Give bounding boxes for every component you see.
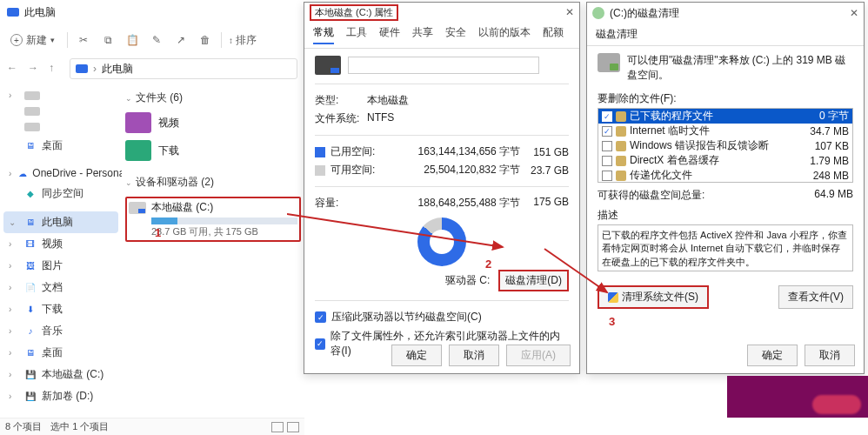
folder-downloads[interactable]: 下载 xyxy=(125,137,301,164)
file-icon xyxy=(616,141,626,151)
file-icon xyxy=(616,156,626,166)
item-size: 34.7 MB xyxy=(806,125,849,137)
fs-label: 文件系统: xyxy=(315,111,367,126)
nav-item[interactable]: › xyxy=(3,87,118,104)
item-name: Internet 临时文件 xyxy=(630,124,806,138)
explorer-window: 此电脑 + 新建 ▾ ✂ ⧉ 📋 ✎ ↗ 🗑 ↕ 排序 ← → ↑ › 此电脑 … xyxy=(0,0,304,435)
group-folders[interactable]: ⌄文件夹 (6) xyxy=(125,87,301,109)
nav-desktop[interactable]: 🖥桌面 xyxy=(3,135,118,157)
close-icon[interactable]: ✕ xyxy=(850,7,858,19)
list-item[interactable]: ✓已下载的程序文件0 字节 xyxy=(598,109,852,124)
compress-checkbox[interactable]: ✓压缩此驱动器以节约磁盘空间(C) xyxy=(315,310,569,325)
nav-item[interactable] xyxy=(3,119,118,135)
checkbox-icon xyxy=(602,141,612,151)
status-selected: 选中 1 个项目 xyxy=(50,420,109,433)
disk-cleanup-button[interactable]: 磁盘清理(D) xyxy=(498,270,569,291)
disk-name-input[interactable] xyxy=(348,57,539,74)
apply-button[interactable]: 应用(A) xyxy=(506,345,571,366)
cancel-button[interactable]: 取消 xyxy=(805,345,855,366)
clean-system-files-button[interactable]: 清理系统文件(S) xyxy=(598,285,709,309)
cut-icon[interactable]: ✂ xyxy=(75,31,92,49)
nav-downloads[interactable]: ›⬇下载 xyxy=(3,298,118,320)
delete-icon[interactable]: 🗑 xyxy=(197,31,214,49)
sort-button[interactable]: ↕ 排序 xyxy=(229,33,257,48)
annotation-3: 3 xyxy=(609,315,615,328)
folder-icon xyxy=(125,140,151,161)
tab-tools[interactable]: 工具 xyxy=(346,25,367,44)
properties-title: 本地磁盘 (C:) 属性 xyxy=(310,4,398,21)
music-icon: ♪ xyxy=(24,325,37,338)
total-value: 64.9 MB xyxy=(814,188,853,203)
nav-videos[interactable]: ›🎞视频 xyxy=(3,233,118,255)
explorer-titlebar: 此电脑 xyxy=(0,0,304,24)
new-button[interactable]: + 新建 ▾ xyxy=(5,31,60,50)
tab-general[interactable]: 常规 xyxy=(313,25,334,44)
nav-this-pc[interactable]: ⌄🖥此电脑 xyxy=(3,211,118,233)
disk-icon: 💾 xyxy=(24,391,37,403)
tab-security[interactable]: 安全 xyxy=(445,25,466,44)
nav-desktop2[interactable]: ›🖥桌面 xyxy=(3,342,118,364)
annotation-2: 2 xyxy=(485,258,491,271)
list-item[interactable]: 传递优化文件248 MB xyxy=(598,168,852,183)
group-drives[interactable]: ⌄设备和驱动器 (2) xyxy=(125,171,301,193)
tab-quota[interactable]: 配额 xyxy=(543,25,564,44)
nav-item[interactable] xyxy=(3,104,118,119)
shield-icon xyxy=(608,292,618,303)
folder-videos[interactable]: 视频 xyxy=(125,109,301,137)
drive-usage-bar xyxy=(151,218,297,224)
up-icon[interactable]: ↑ xyxy=(49,62,63,76)
ok-button[interactable]: 确定 xyxy=(391,345,442,366)
sync-icon: ◆ xyxy=(24,188,37,200)
explorer-addressbar: ← → ↑ › 此电脑 xyxy=(0,56,304,82)
nav-sync[interactable]: ◆同步空间 xyxy=(3,183,118,204)
view-list-icon[interactable] xyxy=(271,422,284,432)
share-icon[interactable]: ↗ xyxy=(172,31,190,49)
nav-music[interactable]: ›♪音乐 xyxy=(3,320,118,342)
rename-icon[interactable]: ✎ xyxy=(148,31,165,49)
this-pc-icon xyxy=(76,64,88,73)
paste-icon[interactable]: 📋 xyxy=(124,31,141,49)
picture-icon: 🖼 xyxy=(24,260,37,272)
desc-box: 已下载的程序文件包括 ActiveX 控件和 Java 小程序，你查看特定网页时… xyxy=(598,224,853,271)
view-files-button[interactable]: 查看文件(V) xyxy=(778,285,853,309)
nav-disk-c[interactable]: ›💾本地磁盘 (C:) xyxy=(3,364,118,385)
drive-c[interactable]: 本地磁盘 (C:) 23.7 GB 可用, 共 175 GB xyxy=(125,197,301,242)
item-name: DirectX 着色器缓存 xyxy=(630,153,806,168)
files-list[interactable]: ✓已下载的程序文件0 字节✓Internet 临时文件34.7 MBWindow… xyxy=(598,108,853,183)
cleanup-drive-icon xyxy=(598,53,620,72)
list-item[interactable]: ✓Internet 临时文件34.7 MB xyxy=(598,124,852,138)
breadcrumb[interactable]: › 此电脑 xyxy=(70,58,297,79)
nav-documents[interactable]: ›📄文档 xyxy=(3,277,118,298)
tab-hardware[interactable]: 硬件 xyxy=(379,25,400,44)
list-item[interactable]: DirectX 着色器缓存1.79 MB xyxy=(598,153,852,168)
list-item[interactable]: Windows 错误报告和反馈诊断107 KB xyxy=(598,138,852,153)
tab-sharing[interactable]: 共享 xyxy=(412,25,433,44)
file-icon xyxy=(616,126,626,137)
checkbox-icon: ✓ xyxy=(602,126,612,137)
cancel-button[interactable]: 取消 xyxy=(449,345,499,366)
copy-icon[interactable]: ⧉ xyxy=(99,31,117,49)
capacity-donut xyxy=(417,218,466,266)
close-icon[interactable]: ✕ xyxy=(565,6,574,18)
type-label: 类型: xyxy=(315,93,367,108)
nav-disk-d[interactable]: ›💾新加卷 (D:) xyxy=(3,385,118,407)
fs-value: NTFS xyxy=(367,111,394,126)
back-icon[interactable]: ← xyxy=(7,62,21,76)
desc-label: 描述 xyxy=(598,208,853,223)
nav-onedrive[interactable]: ›☁OneDrive - Personal xyxy=(3,164,118,183)
forward-icon[interactable]: → xyxy=(28,62,42,76)
cleanup-tab[interactable]: 磁盘清理 xyxy=(587,23,864,46)
tab-prev[interactable]: 以前的版本 xyxy=(478,25,531,44)
nav-pictures[interactable]: ›🖼图片 xyxy=(3,255,118,277)
cleanup-titlebar: (C:)的磁盘清理 ✕ xyxy=(587,3,864,23)
used-label: 已用空间: xyxy=(331,144,384,159)
ok-button[interactable]: 确定 xyxy=(747,345,798,366)
desktop-icon: 🖥 xyxy=(24,140,37,152)
taskbar-fragment xyxy=(727,376,868,418)
view-grid-icon[interactable] xyxy=(287,422,299,432)
cleanup-intro: 可以使用"磁盘清理"来释放 (C:) 上的 319 MB 磁盘空间。 xyxy=(627,53,853,83)
cap-label: 容量: xyxy=(315,196,383,211)
used-bytes: 163,144,134,656 字节 xyxy=(384,144,529,159)
type-value: 本地磁盘 xyxy=(367,93,409,108)
status-items: 8 个项目 xyxy=(5,420,42,433)
